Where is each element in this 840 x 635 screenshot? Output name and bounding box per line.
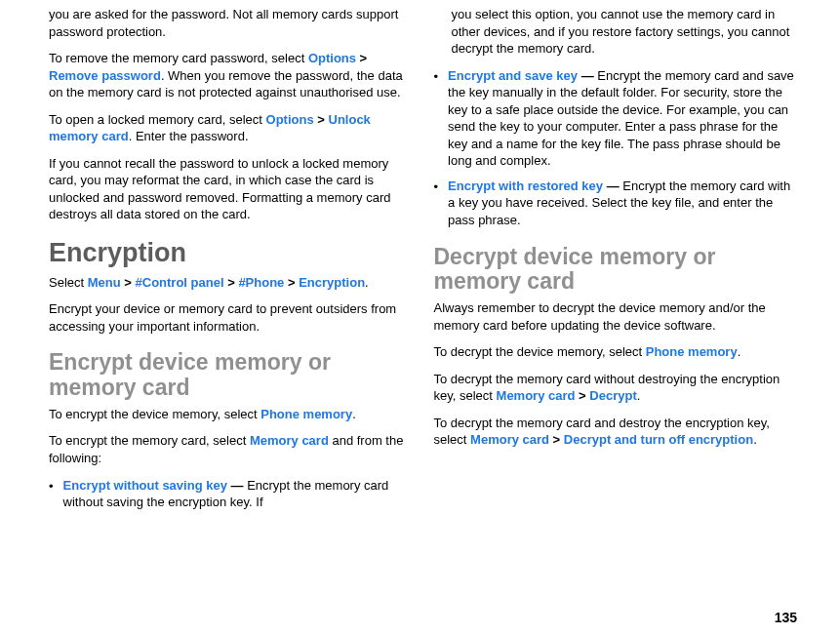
text-fragment: To encrypt the device memory, select: [49, 407, 260, 421]
heading-decrypt-device-memory: Decrypt device memory or memory card: [434, 245, 798, 295]
body-text: To open a locked memory card, select Opt…: [49, 111, 413, 145]
dash-separator: —: [578, 68, 597, 83]
list-item-text: Encrypt with restored key — Encrypt the …: [448, 178, 797, 229]
heading-encryption: Encryption: [49, 239, 413, 268]
list-item: • Encrypt with restored key — Encrypt th…: [434, 178, 798, 229]
heading-encrypt-device-memory: Encrypt device memory or memory card: [49, 350, 413, 400]
right-column: you select this option, you cannot use t…: [434, 6, 798, 519]
list-item-continuation: you select this option, you cannot use t…: [452, 6, 798, 58]
memory-card-link[interactable]: Memory card: [497, 388, 576, 403]
body-text: Always remember to decrypt the device me…: [434, 299, 798, 334]
memory-card-link[interactable]: Memory card: [250, 433, 329, 448]
body-text: you are asked for the password. Not all …: [49, 6, 413, 40]
left-column: you are asked for the password. Not all …: [49, 6, 413, 519]
memory-card-link[interactable]: Memory card: [470, 432, 549, 447]
breadcrumb-separator: >: [121, 275, 136, 290]
options-link[interactable]: Options: [266, 112, 314, 127]
text-fragment: To open a locked memory card, select: [49, 112, 266, 127]
text-fragment: .: [637, 388, 641, 403]
text-fragment: . Enter the password.: [129, 129, 249, 143]
remove-password-link[interactable]: Remove password: [49, 68, 161, 83]
body-text: To encrypt the device memory, select Pho…: [49, 406, 413, 423]
phone-memory-link[interactable]: Phone memory: [646, 344, 738, 359]
encrypt-without-saving-key-link[interactable]: Encrypt without saving key: [63, 478, 227, 493]
breadcrumb-separator: >: [575, 388, 589, 403]
bullet-icon: •: [49, 477, 54, 511]
body-text: To decrypt the memory card and destroy t…: [434, 415, 798, 449]
body-text: If you cannot recall the password to unl…: [49, 155, 413, 223]
text-fragment: Select: [49, 275, 88, 290]
dash-separator: —: [603, 179, 622, 193]
bullet-icon: •: [434, 67, 439, 170]
list-item-text: Encrypt without saving key — Encrypt the…: [63, 477, 413, 511]
breadcrumb-separator: >: [549, 432, 564, 447]
text-fragment: .: [753, 432, 757, 447]
list-item: • Encrypt without saving key — Encrypt t…: [49, 477, 413, 511]
page-number: 135: [775, 609, 797, 627]
decrypt-and-turn-off-encryption-link[interactable]: Decrypt and turn off encryption: [564, 432, 753, 447]
text-fragment: To remove the memory card password, sele…: [49, 51, 308, 65]
list-item: • Encrypt and save key — Encrypt the mem…: [434, 67, 798, 170]
text-fragment: .: [738, 344, 741, 359]
breadcrumb-separator: >: [224, 275, 239, 290]
bullet-icon: •: [434, 178, 439, 229]
body-text: To decrypt the memory card without destr…: [434, 371, 798, 405]
text-fragment: .: [352, 407, 356, 421]
list-item-text: Encrypt and save key — Encrypt the memor…: [448, 67, 797, 170]
body-text: To remove the memory card password, sele…: [49, 50, 413, 101]
encrypt-with-restored-key-link[interactable]: Encrypt with restored key: [448, 179, 603, 193]
phone-memory-link[interactable]: Phone memory: [260, 407, 352, 421]
breadcrumb-separator: >: [314, 112, 329, 127]
decrypt-link[interactable]: Decrypt: [589, 388, 636, 403]
encryption-link[interactable]: Encryption: [299, 275, 365, 290]
body-text: Encrypt your device or memory card to pr…: [49, 300, 413, 335]
control-panel-link[interactable]: #Control panel: [136, 275, 224, 290]
text-fragment: Encrypt the memory card and save the key…: [448, 68, 794, 169]
breadcrumb-separator: >: [356, 51, 367, 65]
breadcrumb-separator: >: [284, 275, 299, 290]
options-link[interactable]: Options: [308, 51, 356, 65]
text-fragment: To encrypt the memory card, select: [49, 433, 250, 448]
body-text: To encrypt the memory card, select Memor…: [49, 432, 413, 466]
encrypt-and-save-key-link[interactable]: Encrypt and save key: [448, 68, 578, 83]
menu-link[interactable]: Menu: [88, 275, 121, 290]
text-fragment: To decrypt the device memory, select: [434, 344, 646, 359]
phone-link[interactable]: #Phone: [238, 275, 284, 290]
dash-separator: —: [227, 478, 247, 493]
page-content: you are asked for the password. Not all …: [0, 0, 840, 525]
text-fragment: .: [365, 275, 369, 290]
body-text: Select Menu > #Control panel > #Phone > …: [49, 274, 413, 292]
body-text: To decrypt the device memory, select Pho…: [434, 343, 798, 361]
